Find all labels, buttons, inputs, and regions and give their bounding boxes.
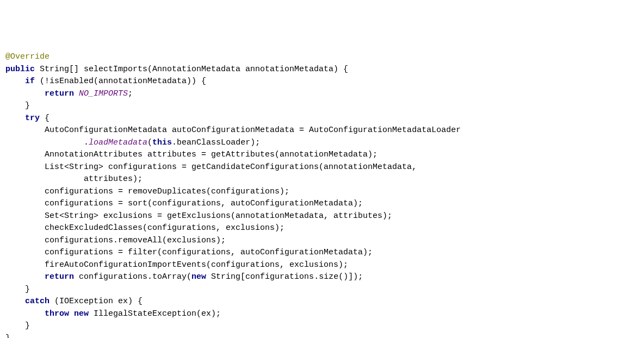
beanclassloader-ref: .beanClassLoader); [172, 138, 260, 147]
annotation-override: @Override [5, 52, 49, 61]
stmt-attributes: AnnotationAttributes attributes = getAtt… [45, 150, 377, 159]
toarray-a: configurations.toArray( [74, 272, 191, 281]
illegalstate: IllegalStateException(ex); [89, 309, 221, 318]
kw-new: new [191, 272, 206, 281]
method-loadmetadata: loadMetadata [89, 138, 147, 147]
stmt-configurations-cont: attributes); [84, 174, 143, 184]
method-signature: String[] selectImports(AnnotationMetadat… [35, 65, 348, 74]
catch-clause: (IOException ex) { [49, 297, 143, 306]
toarray-b: String[configurations.size()]); [206, 272, 363, 281]
constant-no-imports: NO_IMPORTS [79, 89, 128, 98]
code-block: @Override public String[] selectImports(… [5, 51, 639, 338]
stmt-filter: configurations = filter(configurations, … [45, 248, 373, 257]
semicolon: ; [128, 89, 133, 98]
kw-if: if [25, 77, 35, 86]
stmt-removedups: configurations = removeDuplicates(config… [45, 187, 289, 196]
kw-return-2: return [45, 272, 74, 281]
stmt-exclusions: Set<String> exclusions = getExclusions(a… [45, 211, 392, 221]
kw-return: return [45, 89, 74, 98]
kw-catch: catch [25, 297, 49, 306]
kw-public: public [5, 65, 35, 74]
dot: . [84, 138, 89, 147]
stmt-removeall: configurations.removeAll(exclusions); [45, 236, 226, 245]
brace-close-try: } [25, 285, 30, 294]
stmt-checkexcluded: checkExcludedClasses(configurations, exc… [45, 223, 284, 233]
kw-new-2: new [74, 309, 89, 318]
stmt-sort: configurations = sort(configurations, au… [45, 199, 363, 208]
kw-this: this [152, 138, 172, 147]
paren-open: ( [147, 138, 152, 147]
if-condition: (!isEnabled(annotationMetadata)) { [35, 77, 206, 86]
kw-throw: throw [45, 309, 69, 318]
stmt-fireevents: fireAutoConfigurationImportEvents(config… [45, 260, 348, 270]
brace-close-catch: } [25, 321, 30, 330]
stmt-autoconfig-metadata: AutoConfigurationMetadata autoConfigurat… [45, 126, 461, 135]
try-open: { [40, 114, 49, 123]
stmt-configurations: List<String> configurations = getCandida… [45, 162, 417, 172]
brace-close-method: } [5, 334, 10, 339]
brace-close: } [25, 101, 30, 110]
kw-try: try [25, 114, 40, 123]
